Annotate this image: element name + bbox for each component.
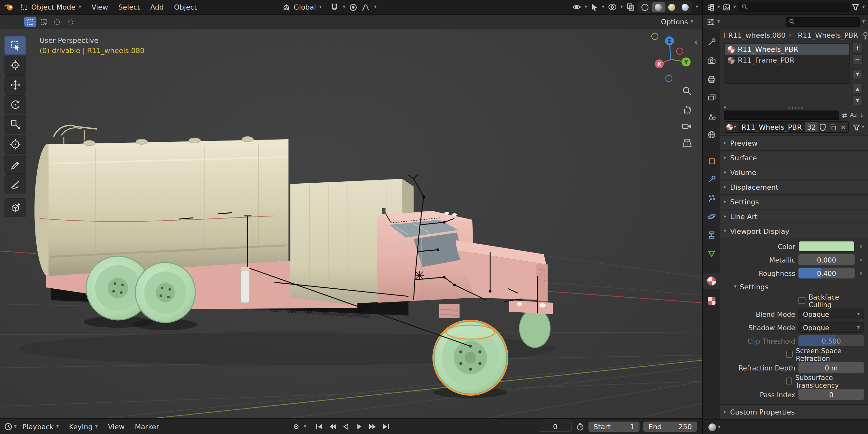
gizmo-x-axis[interactable]: X — [655, 59, 664, 68]
subsurface-translucency-checkbox[interactable] — [786, 377, 792, 384]
panel-surface[interactable]: ▸ Surface — [720, 150, 868, 165]
menu-object[interactable]: Object — [169, 2, 202, 12]
far-front-wheel[interactable] — [520, 309, 550, 347]
display-mode-icon[interactable] — [722, 3, 731, 11]
tool-rotate[interactable] — [4, 95, 26, 114]
outliner-editor-icon[interactable] — [707, 3, 715, 11]
animate-dot[interactable] — [858, 272, 864, 274]
move-slot-down-button[interactable]: ▾ — [852, 95, 863, 105]
remove-slot-button[interactable]: − — [852, 54, 863, 64]
panel-line-art[interactable]: ▸ Line Art — [720, 209, 868, 224]
animate-dot[interactable] — [858, 258, 864, 261]
mode-selector[interactable]: Object Mode ▾ — [15, 2, 86, 12]
chevron-down-icon[interactable]: ▾ — [717, 4, 720, 9]
tab-modifiers[interactable] — [703, 173, 720, 186]
next-keyframe-button[interactable] — [367, 422, 378, 432]
pan-hand-icon[interactable] — [682, 104, 692, 114]
chevron-down-icon[interactable]: ▾ — [304, 424, 306, 429]
outliner-search[interactable] — [738, 2, 849, 12]
invert-filter-icon[interactable]: ⇄ — [842, 112, 847, 119]
select-mode-tweak-button[interactable] — [24, 17, 36, 27]
slot-specials-button[interactable]: ▾ — [852, 69, 863, 79]
shading-material-button[interactable] — [666, 2, 678, 12]
navigation-gizmo[interactable]: Z X Y — [646, 32, 696, 87]
panel-settings[interactable]: ▸ Settings — [720, 194, 868, 209]
material-slot-item[interactable]: R11_Wheels_PBR — [725, 44, 849, 55]
select-mode-lasso-button[interactable] — [64, 17, 76, 27]
chevron-down-icon[interactable]: ▾ — [862, 19, 865, 24]
new-material-copy-button[interactable] — [828, 122, 838, 132]
falloff-curve-icon[interactable] — [361, 3, 370, 11]
tab-output[interactable] — [703, 73, 720, 86]
breadcrumb-material[interactable]: R11_Wheels_PBR — [798, 31, 858, 39]
select-mode-circle-button[interactable] — [51, 17, 63, 27]
selected-front-wheel[interactable] — [433, 321, 507, 398]
3d-viewport[interactable]: User Perspective (0) drivable | R11_whee… — [0, 29, 702, 418]
gizmo-y-axis[interactable]: Y — [682, 57, 690, 66]
chevron-down-icon[interactable]: ▾ — [862, 4, 865, 9]
properties-search[interactable] — [786, 17, 860, 27]
zoom-icon[interactable] — [682, 86, 692, 96]
refraction-depth-field[interactable]: 0 m — [799, 362, 864, 373]
panel-preview[interactable]: ▸ Preview — [720, 136, 868, 150]
metallic-field[interactable]: 0.000 — [799, 254, 855, 265]
material-name-field[interactable]: R11_Wheels_PBR — [738, 122, 805, 132]
tab-object[interactable] — [703, 154, 720, 167]
chevron-down-icon[interactable]: ▾ — [620, 4, 623, 9]
settings-subpanel-header[interactable]: ▾ Settings — [724, 280, 864, 293]
animate-dot[interactable] — [858, 245, 864, 248]
clip-threshold-slider[interactable]: 0.500 — [799, 335, 864, 346]
tool-select-box[interactable] — [4, 36, 26, 55]
sort-direction-icon[interactable]: ↓ — [859, 112, 864, 118]
gizmo-negative-x-axis[interactable] — [676, 48, 683, 55]
jump-to-end-button[interactable] — [380, 422, 392, 432]
pin-icon[interactable] — [861, 31, 868, 39]
backface-culling-checkbox[interactable] — [799, 297, 805, 304]
roughness-slider[interactable]: 0.400 — [799, 268, 855, 279]
tool-cursor[interactable] — [4, 56, 26, 75]
menu-view[interactable]: View — [87, 2, 113, 12]
timeline-editor-icon[interactable] — [4, 422, 13, 431]
play-button[interactable] — [353, 422, 365, 432]
gizmo-negative-z-axis[interactable] — [665, 75, 672, 82]
proportional-editing-icon[interactable] — [349, 3, 358, 11]
camera-view-icon[interactable] — [682, 121, 692, 131]
transform-orientation-dropdown[interactable]: Global ▾ — [278, 2, 326, 12]
blender-logo-icon[interactable] — [4, 3, 14, 11]
properties-search-input[interactable] — [797, 18, 857, 25]
preview-range-stopwatch-icon[interactable] — [576, 422, 585, 431]
gizmo-pointer-icon[interactable] — [590, 3, 599, 11]
unlink-material-button[interactable]: × — [838, 122, 848, 132]
current-frame-field[interactable]: 0 — [539, 422, 572, 432]
pass-index-field[interactable]: 0 — [799, 389, 864, 400]
menu-keying[interactable]: Keying ▾ — [64, 421, 102, 432]
start-frame-field[interactable]: Start 1 — [588, 422, 640, 432]
previous-keyframe-button[interactable] — [327, 422, 338, 432]
filter-funnel-icon[interactable] — [851, 3, 860, 11]
tab-material[interactable] — [703, 273, 720, 289]
tab-texture[interactable] — [703, 294, 720, 307]
shading-rendered-button[interactable] — [679, 2, 692, 12]
tab-object-data[interactable] — [703, 247, 720, 260]
truck-model[interactable] — [19, 125, 555, 398]
overlays-icon[interactable] — [608, 3, 617, 11]
snap-magnet-icon[interactable] — [330, 3, 339, 11]
chevron-down-icon[interactable]: ▾ — [374, 4, 377, 9]
tab-particles[interactable] — [703, 192, 720, 204]
list-resize-grip[interactable] — [787, 106, 803, 109]
chevron-down-icon[interactable]: ▾ — [343, 4, 345, 9]
tab-render[interactable] — [703, 54, 720, 67]
select-mode-box-button[interactable] — [38, 17, 50, 27]
panel-viewport-display[interactable]: ▾ Viewport Display — [720, 224, 868, 238]
slot-filter-input[interactable] — [727, 112, 836, 119]
sort-alpha-icon[interactable]: Az — [850, 112, 857, 118]
tool-scale[interactable] — [4, 115, 26, 134]
tool-transform[interactable] — [4, 135, 26, 154]
tab-view-layer[interactable] — [703, 91, 720, 104]
chevron-down-icon[interactable]: ▾ — [585, 4, 587, 9]
panel-displacement[interactable]: ▸ Displacement — [720, 179, 868, 194]
fake-user-shield-button[interactable] — [818, 122, 828, 132]
chevron-down-icon[interactable]: ▾ — [14, 424, 17, 429]
xray-toggle-icon[interactable] — [626, 3, 635, 11]
gizmo-z-axis[interactable]: Z — [665, 36, 674, 45]
